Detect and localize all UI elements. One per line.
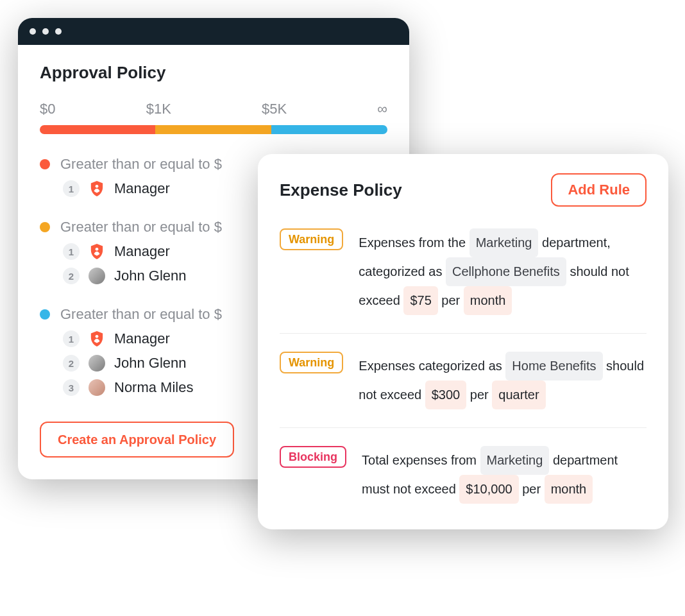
amount-chip: $300 (425, 381, 467, 409)
expense-rule: WarningExpenses categorized as Home Bene… (280, 334, 647, 428)
tier-condition-label: Greater than or equal to $ (60, 219, 222, 235)
approver-name: John Glenn (114, 268, 187, 284)
add-rule-button[interactable]: Add Rule (551, 173, 647, 207)
rule-text: Total expenses from Marketing department… (362, 446, 647, 504)
blocking-tag: Blocking (280, 446, 346, 468)
rule-text: Expenses categorized as Home Benefits sh… (359, 352, 647, 409)
range-segment-red (40, 125, 155, 134)
expense-title: Expense Policy (280, 180, 402, 200)
range-label: ∞ (377, 101, 387, 117)
avatar (89, 355, 105, 372)
range-segment-orange (155, 125, 271, 134)
approval-range-bar (40, 125, 387, 134)
amount-chip: $75 (403, 286, 437, 315)
approver-order-badge: 2 (63, 268, 80, 284)
rule-text: Expenses from the Marketing department, … (359, 228, 647, 315)
window-titlebar (18, 18, 409, 45)
svg-point-0 (96, 185, 99, 188)
tier-condition-label: Greater than or equal to $ (60, 306, 222, 323)
approval-range-labels: $0 $1K $5K ∞ (40, 101, 387, 117)
range-label: $5K (262, 101, 287, 117)
approver-name: Norma Miles (114, 379, 193, 396)
create-approval-policy-button[interactable]: Create an Approval Policy (40, 422, 234, 458)
approver-order-badge: 3 (63, 379, 80, 396)
shield-icon (89, 330, 105, 347)
tier-color-dot (40, 222, 50, 232)
shield-icon (89, 180, 105, 197)
approver-name: Manager (114, 330, 170, 347)
expense-rule: WarningExpenses from the Marketing depar… (280, 207, 647, 334)
expense-rule: BlockingTotal expenses from Marketing de… (280, 428, 647, 504)
approver-order-badge: 2 (63, 355, 80, 372)
range-label: $1K (146, 101, 171, 117)
value-chip: Marketing (480, 446, 550, 475)
approver-order-badge: 1 (63, 330, 80, 347)
approval-title: Approval Policy (40, 63, 387, 83)
tier-condition-label: Greater than or equal to $ (60, 156, 222, 173)
approver-name: Manager (114, 243, 170, 260)
approver-name: John Glenn (114, 355, 187, 372)
avatar (89, 379, 105, 396)
avatar (89, 268, 105, 284)
window-dot (30, 28, 36, 35)
value-chip: Marketing (469, 228, 539, 257)
approver-order-badge: 1 (63, 180, 80, 197)
amount-chip: $10,000 (459, 475, 518, 504)
shield-icon (89, 243, 105, 260)
range-segment-blue (271, 125, 387, 134)
approver-name: Manager (114, 180, 170, 197)
warning-tag: Warning (280, 228, 343, 250)
period-chip: month (464, 286, 512, 315)
approver-order-badge: 1 (63, 243, 80, 260)
svg-point-1 (96, 248, 99, 251)
window-dot (55, 28, 62, 35)
period-chip: month (545, 475, 593, 504)
period-chip: quarter (492, 381, 545, 409)
warning-tag: Warning (280, 352, 343, 373)
value-chip: Cellphone Benefits (446, 257, 566, 286)
tier-color-dot (40, 159, 50, 169)
svg-point-2 (96, 335, 99, 338)
value-chip: Home Benefits (505, 352, 602, 381)
tier-color-dot (40, 309, 50, 320)
range-label: $0 (40, 101, 55, 117)
window-dot (42, 28, 49, 35)
expense-policy-card: Expense Policy Add Rule WarningExpenses … (258, 154, 668, 529)
